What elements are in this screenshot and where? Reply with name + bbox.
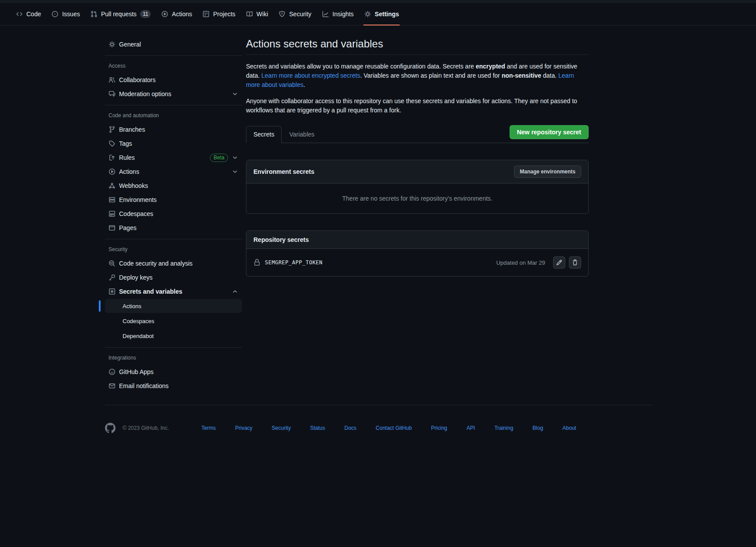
sidebar-item-secrets-and-variables[interactable]: Secrets and variables [105,285,242,298]
fork-note-paragraph: Anyone with collaborator access to this … [246,97,589,115]
secret-updated-date: Updated on Mar 29 [496,259,545,266]
footer-link-docs[interactable]: Docs [344,425,356,431]
play-icon [109,168,116,175]
shield-icon [279,11,286,18]
sidebar-item-label: Rules [119,154,135,161]
sidebar-item-tags[interactable]: Tags [105,137,242,150]
environment-secrets-header: Environment secrets Manage environments [246,160,588,184]
nav-tab-security[interactable]: Security [274,7,316,21]
nav-tab-label: Wiki [257,7,268,21]
nav-tab-settings[interactable]: Settings [360,7,403,21]
nav-tab-label: Security [289,7,311,21]
sidebar-item-email-notifications[interactable]: Email notifications [105,379,242,392]
repository-secrets-title: Repository secrets [253,236,309,243]
gear-icon [364,11,371,18]
nav-tab-actions[interactable]: Actions [157,7,196,21]
github-logo-icon[interactable] [105,423,116,433]
sidebar-subitem-codespaces[interactable]: Codespaces [105,314,242,328]
sidebar-section-security: Security [105,244,242,256]
lock-icon [253,259,260,266]
environment-secrets-box: Environment secrets Manage environments … [246,160,589,214]
sidebar-item-webhooks[interactable]: Webhooks [105,179,242,192]
page-title: Actions secrets and variables [246,37,589,55]
repo-rules-icon [109,154,116,161]
footer-link-about[interactable]: About [562,425,576,431]
footer-link-contact-github[interactable]: Contact GitHub [376,425,412,431]
nav-tab-label: Settings [375,7,399,21]
nav-tab-wiki[interactable]: Wiki [242,7,272,21]
footer-link-api[interactable]: API [467,425,475,431]
issue-opened-icon [51,11,58,18]
secret-icon [109,288,116,295]
footer-link-blog[interactable]: Blog [532,425,543,431]
sidebar-item-collaborators[interactable]: Collaborators [105,73,242,86]
inline-link[interactable]: Learn more about encrypted secrets [261,72,360,79]
sidebar-divider [105,55,242,56]
footer-links: Terms Privacy Security Status Docs Conta… [202,425,596,431]
gear-icon [109,41,116,48]
sidebar-item-label: Actions [123,303,141,309]
nav-tab-pull-requests[interactable]: Pull requests 11 [86,7,155,21]
footer-link-privacy[interactable]: Privacy [235,425,252,431]
footer-link-pricing[interactable]: Pricing [431,425,447,431]
sidebar-section-access: Access [105,60,242,72]
environment-secrets-empty-message: There are no secrets for this repository… [246,184,588,213]
play-icon [161,11,168,18]
sidebar-item-environments[interactable]: Environments [105,193,242,206]
graph-icon [322,11,329,18]
sidebar-item-code-security-and-analysis[interactable]: Code security and analysis [105,257,242,270]
table-icon [203,11,210,18]
edit-secret-button[interactable] [553,256,565,269]
sidebar-item-label: Actions [119,168,139,175]
secrets-variables-tabnav: Secrets Variables New repository secret [246,126,589,143]
codespaces-icon [109,210,116,217]
nav-tab-label: Pull requests [101,7,137,21]
git-branch-icon [109,126,116,133]
sidebar-item-general[interactable]: General [105,38,242,51]
sidebar-item-label: Secrets and variables [119,288,182,295]
sidebar-divider [105,239,242,239]
sidebar-item-label: Deploy keys [119,274,152,281]
pencil-icon [556,259,562,266]
sidebar-item-label: Branches [119,126,145,133]
sidebar-item-pages[interactable]: Pages [105,221,242,234]
sidebar-item-label: GitHub Apps [119,368,154,375]
sidebar-item-github-apps[interactable]: GitHub Apps [105,365,242,378]
beta-badge: Beta [210,154,228,162]
github-apps-icon [109,368,116,375]
footer: © 2023 GitHub, Inc. Terms Privacy Securi… [105,423,756,433]
footer-link-security[interactable]: Security [272,425,291,431]
tab-secrets[interactable]: Secrets [246,126,282,143]
sidebar-item-branches[interactable]: Branches [105,123,242,136]
sidebar-subitem-actions[interactable]: Actions [105,299,242,313]
server-icon [109,196,116,203]
repository-secrets-header: Repository secrets [246,231,588,249]
footer-link-terms[interactable]: Terms [202,425,216,431]
sidebar-item-label: Code security and analysis [119,260,192,267]
nav-tab-label: Code [26,7,41,21]
sidebar-item-codespaces[interactable]: Codespaces [105,207,242,220]
nav-tab-code[interactable]: Code [11,7,45,21]
sidebar-item-rules[interactable]: Rules Beta [105,151,242,164]
footer-link-training[interactable]: Training [494,425,513,431]
manage-environments-button[interactable]: Manage environments [514,166,581,178]
git-pull-request-icon [90,11,98,18]
tab-variables[interactable]: Variables [282,126,322,143]
sidebar-item-label: Environments [119,196,157,203]
sidebar-item-label: Tags [119,140,132,147]
new-repository-secret-button[interactable]: New repository secret [510,125,589,139]
sidebar-item-moderation-options[interactable]: Moderation options [105,87,242,101]
sidebar-item-deploy-keys[interactable]: Deploy keys [105,271,242,284]
chevron-up-icon [232,288,239,295]
webhook-icon [109,182,116,189]
sidebar-subitem-dependabot[interactable]: Dependabot [105,329,242,343]
main-content: Actions secrets and variables Secrets an… [246,37,589,277]
delete-secret-button[interactable] [569,256,581,269]
nav-tab-issues[interactable]: Issues [47,7,84,21]
sidebar-item-actions[interactable]: Actions [105,165,242,178]
secret-row: SEMGREP_APP_TOKEN Updated on Mar 29 [246,249,588,276]
nav-tab-projects[interactable]: Projects [198,7,240,21]
footer-link-status[interactable]: Status [310,425,325,431]
nav-tab-label: Actions [172,7,192,21]
nav-tab-insights[interactable]: Insights [318,7,358,21]
